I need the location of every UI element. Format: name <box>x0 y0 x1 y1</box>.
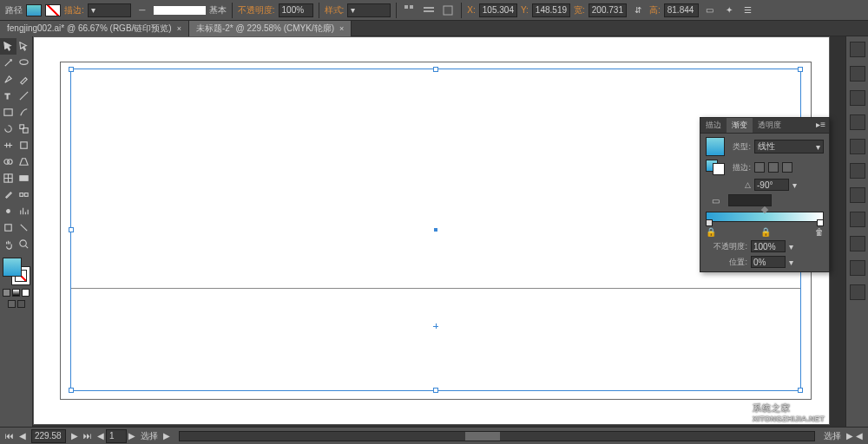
document-tab[interactable]: fengjing002.ai* @ 66.67% (RGB/链印预览) × <box>0 21 189 36</box>
style-dropdown[interactable]: ▾ <box>347 3 391 17</box>
stop-opacity-input[interactable]: 100% <box>751 240 786 252</box>
color-stop[interactable] <box>706 219 713 226</box>
gradient-type-select[interactable]: 线性▾ <box>754 140 824 153</box>
nav-last-icon[interactable]: ⏭ <box>83 431 92 441</box>
gradient-panel-icon[interactable] <box>850 163 865 179</box>
scale-tool[interactable] <box>16 121 33 137</box>
midpoint-icon[interactable] <box>761 206 768 213</box>
swatches-panel-icon[interactable] <box>850 66 865 82</box>
transparency-panel-icon[interactable] <box>850 187 865 203</box>
fill-stroke-swatches[interactable] <box>3 258 30 285</box>
transparency-tab[interactable]: 透明度 <box>753 118 786 133</box>
artboard-tool[interactable] <box>0 219 16 236</box>
fill-swatch[interactable] <box>26 4 42 16</box>
layers-panel-icon[interactable] <box>850 260 865 276</box>
rotate-tool[interactable] <box>0 121 16 137</box>
stroke-option[interactable] <box>782 162 792 173</box>
lock-icon[interactable]: 🔒 <box>760 227 771 237</box>
panel-menu-icon[interactable]: ▸≡ <box>812 118 829 133</box>
gradient-swatch[interactable] <box>706 137 725 156</box>
gradient-panel[interactable]: 描边 渐变 透明度 ▸≡ 类型: 线性▾ 描边: △ -90° ▾ <box>700 117 830 272</box>
color-panel-icon[interactable] <box>850 42 865 57</box>
gradient-mode[interactable] <box>12 289 20 297</box>
nav-icon[interactable]: ▶ <box>163 431 170 441</box>
stroke-option[interactable] <box>768 162 779 173</box>
x-field[interactable]: 105.304 <box>479 3 517 17</box>
resize-handle[interactable] <box>433 67 438 72</box>
pencil-tool[interactable] <box>16 71 33 88</box>
dropdown-icon[interactable]: ▾ <box>789 258 793 267</box>
nav-first-icon[interactable]: ⏮ <box>5 431 14 441</box>
resize-handle[interactable] <box>798 67 803 72</box>
close-icon[interactable]: × <box>177 24 181 33</box>
screen-mode[interactable] <box>8 300 16 308</box>
gradient-tab[interactable]: 渐变 <box>727 118 753 133</box>
stroke-panel-icon[interactable] <box>850 139 865 154</box>
hand-tool[interactable] <box>0 236 16 252</box>
vstroke-icon[interactable]: ─ <box>135 3 150 18</box>
stroke-swatch[interactable] <box>45 4 61 16</box>
eyedropper-tool[interactable] <box>0 186 16 203</box>
symbols-panel-icon[interactable] <box>850 114 865 130</box>
shape-builder-tool[interactable] <box>0 153 16 170</box>
lock-icon[interactable]: 🔒 <box>706 227 716 237</box>
lasso-tool[interactable] <box>16 55 33 71</box>
mesh-tool[interactable] <box>0 170 16 186</box>
angle-dropdown-icon[interactable]: ▾ <box>792 180 797 190</box>
width-field[interactable]: 200.731 <box>589 3 627 17</box>
stop-location-input[interactable]: 0% <box>751 256 786 268</box>
zoom-field[interactable]: 229.58 <box>31 429 66 443</box>
symbol-sprayer-tool[interactable] <box>0 203 16 219</box>
stroke-option[interactable] <box>754 162 765 173</box>
angle-input[interactable]: -90° <box>754 179 789 191</box>
artboard-prev-icon[interactable]: ◀ <box>97 431 104 441</box>
dropdown-icon[interactable]: ▾ <box>789 242 793 251</box>
align-icon[interactable] <box>421 3 437 18</box>
resize-handle[interactable] <box>69 67 74 72</box>
height-field[interactable]: 81.844 <box>664 3 699 17</box>
free-transform-tool[interactable] <box>16 137 33 153</box>
artboard-field[interactable]: 1 <box>106 429 127 443</box>
resize-handle[interactable] <box>69 227 74 232</box>
none-mode[interactable] <box>22 289 30 297</box>
horizontal-scrollbar[interactable] <box>179 431 815 441</box>
nav-icon[interactable]: ▶ ◀ <box>846 431 863 441</box>
nav-prev-icon[interactable]: ◀ <box>19 431 26 441</box>
artboards-panel-icon[interactable] <box>850 284 865 300</box>
trash-icon[interactable]: 🗑 <box>815 227 824 237</box>
slice-tool[interactable] <box>16 219 33 236</box>
gradient-tool[interactable] <box>16 170 33 186</box>
screen-mode[interactable] <box>17 300 25 308</box>
direct-selection-tool[interactable] <box>16 38 33 55</box>
fill-stroke-mini[interactable] <box>706 160 725 175</box>
align-icon[interactable] <box>402 3 418 18</box>
aspect-input[interactable] <box>728 194 772 206</box>
shape-icon[interactable]: ▭ <box>702 3 718 18</box>
rectangle-tool[interactable] <box>0 104 16 121</box>
pen-tool[interactable] <box>0 71 16 88</box>
resize-handle[interactable] <box>433 388 438 393</box>
stroke-tab[interactable]: 描边 <box>700 118 727 133</box>
perspective-tool[interactable] <box>16 153 33 170</box>
magic-wand-tool[interactable] <box>0 55 16 71</box>
blend-tool[interactable] <box>16 186 33 203</box>
graphic-styles-panel-icon[interactable] <box>850 236 865 251</box>
nav-next-icon[interactable]: ▶ <box>71 431 78 441</box>
more-icon[interactable]: ☰ <box>740 3 756 18</box>
scrollbar-thumb[interactable] <box>465 432 500 441</box>
align-icon[interactable] <box>440 3 456 18</box>
appearance-panel-icon[interactable] <box>850 212 865 227</box>
selection-tool[interactable] <box>0 38 16 55</box>
document-tab[interactable]: 未标题-2* @ 229.58% (CMYK/轮廓) × <box>189 21 352 36</box>
gradient-slider[interactable] <box>706 212 824 222</box>
transform-icon[interactable]: ✦ <box>721 3 737 18</box>
artboard-next-icon[interactable]: ▶ <box>128 431 135 441</box>
paintbrush-tool[interactable] <box>16 104 33 121</box>
resize-handle[interactable] <box>69 388 74 393</box>
stroke-weight-dropdown[interactable]: ▾ <box>88 3 131 17</box>
fill-indicator[interactable] <box>3 258 22 277</box>
color-mode[interactable] <box>3 289 10 297</box>
selection-box[interactable] <box>70 69 801 391</box>
link-icon[interactable]: ⇵ <box>630 3 646 18</box>
zoom-tool[interactable] <box>16 236 33 252</box>
